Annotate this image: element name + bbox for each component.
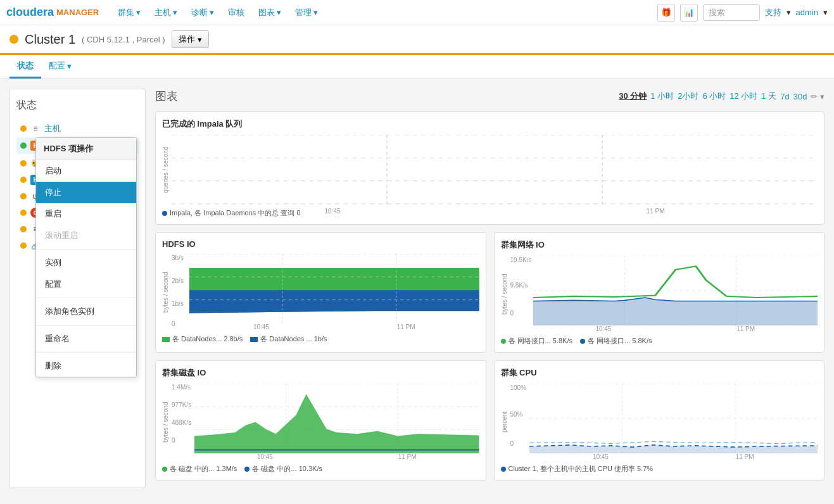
hdfs-io-legend: 各 DataNodes... 2.8b/s 各 DataNodes ... 1b… — [162, 334, 479, 344]
chart-impala-title: 已完成的 Impala 队列 — [162, 118, 818, 130]
dropdown-instances[interactable]: 实例 — [36, 252, 136, 274]
action-button[interactable]: 操作 ▾ — [172, 30, 209, 48]
charts-title: 图表 — [155, 89, 612, 104]
hdfs-io-wrapper: bytes / second 3b/s2b/s1b/s0 — [162, 254, 479, 331]
legend-hdfs-green-label: 各 DataNodes... 2.8b/s — [172, 334, 243, 344]
panel-title: 状态 — [16, 99, 139, 112]
chart-impala-wrapper: queries / second 10:45 — [162, 135, 818, 205]
dropdown-rename[interactable]: 重命名 — [36, 328, 136, 350]
tab-status[interactable]: 状态 — [9, 55, 41, 79]
legend-disk-green: 各 磁盘 中的... 1.3M/s — [162, 464, 237, 474]
network-io-title: 群集网络 IO — [501, 239, 818, 251]
logo-cloudera: cloudera — [6, 6, 54, 19]
time-1h[interactable]: 1 小时 — [650, 91, 674, 102]
right-panel: 图表 30 分钟 1 小时 2小时 6 小时 12 小时 1 天 7d 30d … — [155, 89, 825, 488]
logo-manager: MANAGER — [56, 8, 99, 17]
service-hosts[interactable]: ≡ 主机 — [16, 120, 139, 137]
time-12h[interactable]: 12 小时 — [730, 91, 757, 102]
chart-impala: 已完成的 Impala 队列 queries / second — [155, 111, 825, 225]
nav-menu: 群集 ▾ 主机 ▾ 诊断 ▾ 审核 图表 ▾ 管理 ▾ — [111, 0, 657, 25]
disk-io-ylabel: bytes / second — [162, 384, 169, 460]
disk-io-wrapper: bytes / second 1.4M/s977K/s488K/s0 — [162, 384, 479, 460]
nav-right: 🎁 📊 搜索 支持 ▾ admin ▾ — [657, 4, 828, 22]
cpu-legend: Cluster 1, 整个主机中的主机 CPU 使用率 5.7% — [501, 464, 818, 474]
dropdown-add-role[interactable]: 添加角色实例 — [36, 301, 136, 322]
cluster-header: Cluster 1 ( CDH 5.12.1 , Parcel ) 操作 ▾ — [0, 25, 834, 55]
time-2h[interactable]: 2小时 — [678, 91, 698, 102]
sub-nav: 状态 配置 ▾ — [0, 55, 834, 79]
top-nav: cloudera MANAGER 群集 ▾ 主机 ▾ 诊断 ▾ 审核 图表 ▾ … — [0, 0, 834, 25]
hosts-icon: ≡ — [30, 123, 41, 134]
hdfs-io-ylabel: bytes / second — [162, 254, 169, 331]
hdfs-dropdown-menu: HDFS 项操作 启动 停止 重启 滚动重启 实例 配置 添加角色实例 重命名 … — [35, 137, 137, 377]
tab-config[interactable]: 配置 ▾ — [41, 55, 79, 79]
hdfs-io-title: HDFS IO — [162, 239, 479, 249]
chart5-x2: 11 PM — [736, 453, 754, 460]
cpu-wrapper: percent 100%50%0 — [501, 384, 818, 460]
time-1d[interactable]: 1 天 — [761, 91, 776, 102]
chart-disk-io: 群集磁盘 IO bytes / second 1.4M/s977K/s488K/… — [155, 360, 486, 481]
chart1-x1: 10:45 — [325, 208, 341, 215]
hosts-label: 主机 — [44, 123, 135, 134]
nav-mgmt[interactable]: 管理 ▾ — [289, 0, 324, 25]
cluster-title: Cluster 1 — [25, 32, 75, 47]
legend-disk-blue-label: 各 磁盘 中的... 10.3K/s — [252, 464, 322, 474]
dropdown-config[interactable]: 配置 — [36, 274, 136, 295]
oozie-status-dot — [20, 210, 27, 216]
nav-cluster[interactable]: 群集 ▾ — [111, 0, 147, 25]
admin-link[interactable]: admin — [796, 8, 818, 17]
dropdown-stop[interactable]: 停止 — [36, 182, 136, 203]
chart5-x1: 10:45 — [593, 453, 609, 460]
svg-marker-24 — [533, 298, 818, 325]
nav-host[interactable]: 主机 ▾ — [148, 0, 184, 25]
charts-row-3: 群集磁盘 IO bytes / second 1.4M/s977K/s488K/… — [155, 360, 825, 481]
nav-chart[interactable]: 图表 ▾ — [252, 0, 287, 25]
dropdown-sep3 — [36, 325, 136, 325]
host-status-dot — [20, 125, 27, 132]
svg-rect-12 — [189, 290, 479, 311]
chart3-x1: 10:45 — [595, 325, 611, 332]
legend-net-green: 各 网络接口... 5.8K/s — [501, 336, 572, 346]
chart1-x2: 11 PM — [647, 208, 665, 215]
chart-network-io: 群集网络 IO bytes / second 19.5K/s9.8K/s0 — [494, 232, 825, 353]
legend-net-blue-label: 各 网络接口... 5.8K/s — [588, 336, 652, 346]
nav-audit[interactable]: 审核 — [222, 0, 251, 25]
chart2-x1: 10:45 — [253, 324, 269, 331]
legend-net-green-label: 各 网络接口... 5.8K/s — [509, 336, 572, 346]
hive-status-dot — [20, 160, 27, 167]
chart-hdfs-io: HDFS IO bytes / second 3b/s2b/s1b/s0 — [155, 232, 486, 353]
time-controls: 30 分钟 1 小时 2小时 6 小时 12 小时 1 天 7d 30d ✏ ▾ — [619, 91, 825, 102]
dropdown-sep1 — [36, 249, 136, 249]
tasks-icon[interactable]: 📊 — [680, 4, 698, 22]
support-link[interactable]: 支持 — [765, 7, 781, 18]
search-input[interactable]: 搜索 — [703, 4, 760, 21]
dropdown-restart[interactable]: 重启 — [36, 203, 136, 225]
main-content: 状态 ≡ 主机 H HDFS ▾ HDFS 项操作 启动 停止 重启 滚动重启 — [0, 79, 834, 498]
support-chevron: ▾ — [787, 8, 791, 17]
dropdown-rolling-restart: 滚动重启 — [36, 225, 136, 246]
cluster-subtitle: ( CDH 5.12.1 , Parcel ) — [82, 35, 165, 44]
cpu-title: 群集 CPU — [501, 367, 818, 379]
legend-disk-blue: 各 磁盘 中的... 10.3K/s — [244, 464, 322, 474]
svg-rect-0 — [172, 135, 818, 205]
chart4-x1: 10:45 — [257, 453, 273, 460]
nav-diag[interactable]: 诊断 ▾ — [185, 0, 220, 25]
legend-cpu-blue: Cluster 1, 整个主机中的主机 CPU 使用率 5.7% — [501, 464, 654, 474]
impala-status-dot — [20, 193, 27, 199]
network-io-ylabel: bytes / second — [501, 256, 508, 332]
disk-io-legend: 各 磁盘 中的... 1.3M/s 各 磁盘 中的... 10.3K/s — [162, 464, 479, 474]
left-panel: 状态 ≡ 主机 H HDFS ▾ HDFS 项操作 启动 停止 重启 滚动重启 — [9, 89, 146, 488]
time-6h[interactable]: 6 小时 — [702, 91, 726, 102]
time-7d[interactable]: 7d — [780, 92, 789, 101]
cluster-status-dot — [9, 35, 18, 44]
dropdown-delete[interactable]: 删除 — [36, 355, 136, 377]
notifications-icon[interactable]: 🎁 — [657, 4, 675, 22]
admin-chevron: ▾ — [823, 8, 828, 17]
cpu-ylabel: percent — [501, 384, 508, 460]
dropdown-start[interactable]: 启动 — [36, 160, 136, 182]
time-30d[interactable]: 30d — [793, 92, 807, 101]
hdfs-dropdown-container: H HDFS ▾ HDFS 项操作 启动 停止 重启 滚动重启 实例 配置 添加… — [16, 137, 139, 154]
time-30min[interactable]: 30 分钟 — [619, 91, 647, 102]
chart-edit-icon[interactable]: ✏ ▾ — [811, 92, 825, 101]
charts-header: 图表 30 分钟 1 小时 2小时 6 小时 12 小时 1 天 7d 30d … — [155, 89, 825, 104]
